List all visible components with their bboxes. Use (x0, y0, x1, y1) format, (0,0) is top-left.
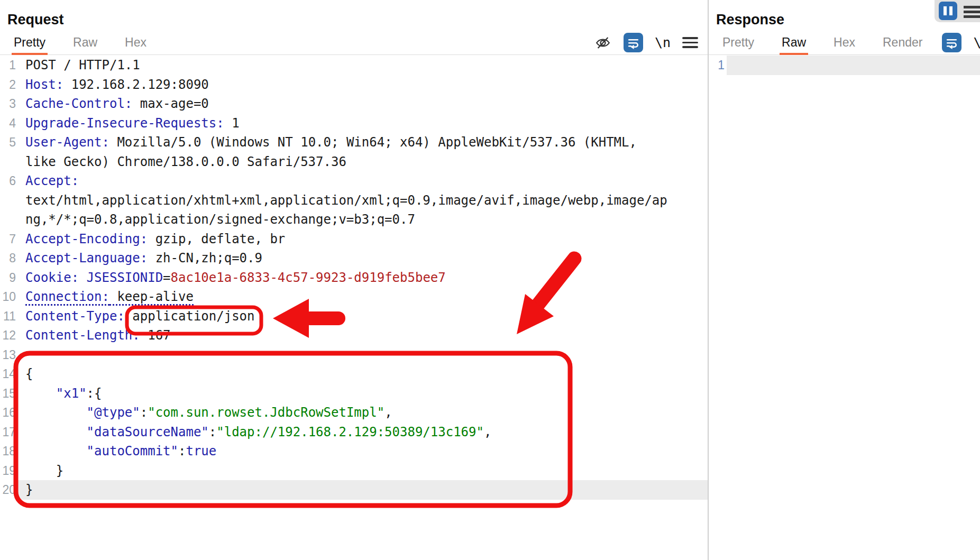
line-number: 9 (0, 268, 18, 288)
menu-icon[interactable] (682, 34, 698, 51)
line-number: 7 (0, 229, 18, 249)
tab-hex[interactable]: Hex (831, 31, 857, 55)
code-line: POST / HTTP/1.1 (18, 56, 708, 75)
code-line: } (18, 461, 708, 481)
code-line: "autoCommit":true (18, 442, 708, 461)
window-controls (935, 0, 980, 22)
code-line: text/html,application/xhtml+xml,applicat… (18, 191, 708, 210)
request-title: Request (7, 12, 64, 28)
request-tabs: PrettyRawHex (0, 31, 160, 55)
code-line: Content-Length: 167 (18, 326, 708, 345)
code-line: "@type":"com.sun.rowset.JdbcRowSetImpl", (18, 403, 708, 423)
line-number: 8 (0, 249, 18, 268)
editor-row[interactable]: ng,*/*;q=0.8,application/signed-exchange… (0, 210, 708, 229)
code-line (18, 345, 708, 365)
newline-toggle[interactable]: \n (655, 35, 671, 50)
response-panel: Response PrettyRawHexRender \n 1 (709, 0, 980, 560)
editor-row[interactable]: 14{ (0, 364, 708, 384)
response-tabbar: PrettyRawHexRender \n (709, 31, 980, 55)
code-line: Accept: (18, 171, 708, 191)
editor-row[interactable]: 15 "x1":{ (0, 384, 708, 403)
editor-row[interactable]: 16 "@type":"com.sun.rowset.JdbcRowSetImp… (0, 403, 708, 423)
code-line (727, 56, 980, 75)
line-number: 18 (0, 442, 18, 461)
editor-row[interactable]: 4Upgrade-Insecure-Requests: 1 (0, 114, 708, 133)
request-editor[interactable]: 1POST / HTTP/1.12Host: 192.168.2.129:809… (0, 56, 708, 560)
code-line: like Gecko) Chrome/138.0.0.0 Safari/537.… (18, 152, 708, 172)
editor-row[interactable]: 10Connection: keep-alive (0, 287, 708, 307)
code-line: Upgrade-Insecure-Requests: 1 (18, 114, 708, 133)
editor-row[interactable]: 2Host: 192.168.2.129:8090 (0, 75, 708, 95)
editor-row[interactable]: 17 "dataSourceName":"ldap://192.168.2.12… (0, 423, 708, 442)
code-line: Accept-Encoding: gzip, deflate, br (18, 229, 708, 249)
line-number: 3 (0, 94, 18, 114)
line-number: 4 (0, 114, 18, 133)
editor-row[interactable]: 1 (709, 56, 980, 75)
code-line: Cache-Control: max-age=0 (18, 94, 708, 114)
pause-button[interactable] (939, 2, 957, 20)
request-panel: Request PrettyRawHex \n (0, 0, 708, 560)
code-line: "x1":{ (18, 384, 708, 403)
line-number: 16 (0, 403, 18, 423)
editor-row[interactable]: text/html,application/xhtml+xml,applicat… (0, 191, 708, 210)
editor-row[interactable]: 18 "autoCommit":true (0, 442, 708, 461)
newline-toggle[interactable]: \n (973, 35, 980, 50)
code-line: ng,*/*;q=0.8,application/signed-exchange… (18, 210, 708, 229)
code-line: } (18, 480, 708, 500)
line-number: 2 (0, 75, 18, 95)
editor-row[interactable]: 12Content-Length: 167 (0, 326, 708, 345)
tab-pretty[interactable]: Pretty (12, 31, 48, 55)
editor-row[interactable]: 11Content-Type: application/json (0, 307, 708, 326)
response-tabs: PrettyRawHexRender (709, 31, 936, 55)
line-number: 15 (0, 384, 18, 403)
line-number: 11 (0, 307, 18, 326)
editor-row[interactable]: 8Accept-Language: zh-CN,zh;q=0.9 (0, 249, 708, 268)
code-line: "dataSourceName":"ldap://192.168.2.129:5… (18, 423, 708, 442)
editor-row[interactable]: 7Accept-Encoding: gzip, deflate, br (0, 229, 708, 249)
request-tabbar: PrettyRawHex \n (0, 31, 708, 55)
menu-button[interactable] (964, 4, 980, 20)
line-number: 17 (0, 423, 18, 442)
word-wrap-icon[interactable] (624, 33, 643, 52)
editor-row[interactable]: 13 (0, 345, 708, 365)
word-wrap-icon[interactable] (942, 33, 961, 52)
line-number: 19 (0, 461, 18, 481)
editor-row[interactable]: 5User-Agent: Mozilla/5.0 (Windows NT 10.… (0, 133, 708, 152)
editor-row[interactable]: 19 } (0, 461, 708, 481)
code-line: Connection: keep-alive (18, 287, 708, 307)
code-line: User-Agent: Mozilla/5.0 (Windows NT 10.0… (18, 133, 708, 152)
code-line: Content-Type: application/json (18, 307, 708, 326)
line-number (0, 152, 18, 172)
line-number: 6 (0, 171, 18, 191)
tab-raw[interactable]: Raw (71, 31, 99, 55)
panel-divider (708, 0, 709, 560)
code-line: Accept-Language: zh-CN,zh;q=0.9 (18, 249, 708, 268)
code-line: Host: 192.168.2.129:8090 (18, 75, 708, 95)
hide-eye-icon[interactable] (594, 35, 612, 51)
line-number: 20 (0, 480, 18, 500)
line-number: 1 (0, 56, 18, 75)
code-line: { (18, 364, 708, 384)
line-number: 14 (0, 364, 18, 384)
code-line: Cookie: JSESSIONID=8ac10e1a-6833-4c57-99… (18, 268, 708, 288)
tab-pretty[interactable]: Pretty (720, 31, 756, 55)
line-number: 5 (0, 133, 18, 152)
editor-row[interactable]: 6Accept: (0, 171, 708, 191)
line-number: 13 (0, 345, 18, 365)
line-number (0, 210, 18, 229)
editor-row[interactable]: 20} (0, 480, 708, 500)
response-editor[interactable]: 1 (709, 56, 980, 560)
tab-render[interactable]: Render (881, 31, 924, 55)
response-title: Response (716, 12, 784, 28)
line-number (0, 191, 18, 210)
line-number: 10 (0, 287, 18, 307)
editor-row[interactable]: like Gecko) Chrome/138.0.0.0 Safari/537.… (0, 152, 708, 172)
editor-row[interactable]: 1POST / HTTP/1.1 (0, 56, 708, 75)
line-number: 12 (0, 326, 18, 345)
editor-row[interactable]: 3Cache-Control: max-age=0 (0, 94, 708, 114)
editor-row[interactable]: 9Cookie: JSESSIONID=8ac10e1a-6833-4c57-9… (0, 268, 708, 288)
tab-raw[interactable]: Raw (780, 31, 808, 55)
line-number: 1 (709, 56, 727, 75)
tab-hex[interactable]: Hex (123, 31, 149, 55)
